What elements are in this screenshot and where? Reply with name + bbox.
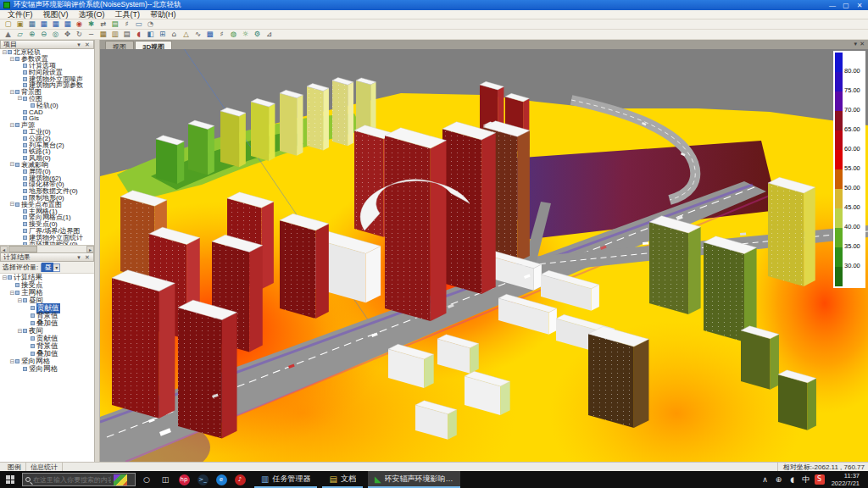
toolbar-icon[interactable]: ◔ [145, 19, 156, 29]
toolbar-icon[interactable]: ▣ [14, 19, 25, 29]
view-tab[interactable]: 视图 [105, 41, 134, 49]
expander-icon[interactable]: ⊟ [2, 49, 8, 56]
status-tab[interactable]: 图例 [3, 463, 26, 472]
toolbar-icon[interactable]: ⚙ [252, 30, 263, 39]
toolbar-icon[interactable]: ⇄ [97, 19, 108, 29]
legend-value: 40.00 [843, 223, 860, 230]
toolbar-icon[interactable]: ▲ [3, 30, 14, 39]
toolbar-icon[interactable]: ↻ [74, 30, 85, 39]
start-button[interactable] [0, 471, 20, 488]
toolbar-icon[interactable]: ∿ [192, 30, 203, 39]
toolbar-icon[interactable]: ◧ [145, 30, 156, 39]
tray-icon[interactable]: S [813, 474, 826, 485]
taskbar-window-button[interactable]: ▤ 文档 [322, 471, 362, 488]
3d-viewport[interactable]: 80.00 75.00 70.00 [100, 49, 868, 462]
toolbar-icon[interactable]: ✥ [62, 30, 73, 39]
scrollbar-thumb[interactable] [8, 246, 37, 252]
menu-item[interactable]: 文件(F) [3, 9, 37, 20]
toolbar-icon[interactable]: ◖ [133, 30, 144, 39]
menu-item[interactable]: 视图(V) [39, 9, 73, 20]
toolbar-icon[interactable]: ▥ [109, 30, 120, 39]
toolbar-icon[interactable]: ▦ [38, 19, 49, 29]
taskbar-app-icon[interactable]: ◫ [156, 475, 175, 484]
tree-item[interactable]: 轻轨(0) [0, 102, 94, 108]
toolbar-icon[interactable]: ▦ [26, 19, 37, 29]
panel-pin-icon[interactable]: ▾ [75, 42, 82, 48]
taskbar-window-button[interactable]: ▥ 任务管理器 [254, 471, 317, 488]
tree-item[interactable]: 建筑物内声源参数 [0, 82, 94, 89]
toolbar-icon[interactable]: ⌂ [169, 30, 180, 39]
toolbar-icon[interactable]: ♯ [216, 30, 227, 39]
close-button[interactable]: ✕ [854, 2, 865, 9]
toolbar-icon[interactable]: ⊕ [26, 30, 37, 39]
tree-item[interactable]: Gis [0, 115, 94, 122]
tree-item[interactable]: ⊟ 计算结果 [0, 274, 94, 281]
toolbar-icon[interactable]: ▢ [3, 19, 14, 29]
status-tab[interactable]: 信息统计 [26, 463, 63, 472]
tab-scroll-icon[interactable]: ▾ [854, 41, 858, 47]
tray-icon[interactable]: ◖ [786, 475, 799, 484]
toolbar-icon[interactable]: △ [181, 30, 192, 39]
expander-icon[interactable]: ⊟ [9, 89, 15, 96]
panel-pin-icon[interactable]: ▾ [75, 254, 82, 261]
scroll-left-icon[interactable]: ◂ [0, 246, 8, 252]
expander-icon[interactable]: ⊟ [9, 122, 15, 129]
tab-close-icon[interactable]: ✕ [860, 41, 865, 47]
expander-icon[interactable]: ⊟ [9, 290, 15, 297]
tree-item[interactable]: ⊟ 主网格 [0, 289, 94, 297]
menu-item[interactable]: 选项(O) [75, 9, 109, 20]
tree-item[interactable]: 叠加值 [0, 319, 94, 327]
toolbar-icon[interactable]: ⊞ [157, 30, 168, 39]
evaluation-dropdown[interactable]: 昼 ▾ [41, 263, 60, 272]
node-icon [23, 143, 27, 147]
toolbar-icon[interactable]: − [86, 30, 97, 39]
scroll-right-icon[interactable]: ▸ [86, 246, 94, 252]
menu-item[interactable]: 工具(T) [111, 9, 145, 20]
toolbar-icon[interactable]: ▤ [121, 30, 132, 39]
taskbar-window-button[interactable]: ◣ 环安辐声环境影响… [368, 471, 460, 488]
search-highlights-thumbnail[interactable] [114, 474, 127, 485]
panel-close-icon[interactable]: ✕ [84, 42, 91, 48]
tray-icon[interactable]: ⊕ [772, 475, 786, 484]
toolbar-icon[interactable]: ▦ [97, 30, 108, 39]
tray-icon[interactable]: 中 [799, 474, 813, 485]
expander-icon[interactable]: ⊟ [17, 95, 23, 102]
toolbar-icon[interactable]: ▭ [133, 19, 144, 29]
toolbar-icon[interactable]: ▤ [109, 19, 120, 29]
toolbar-icon[interactable]: ⊖ [38, 30, 49, 39]
taskbar-app-icon[interactable]: ○ [137, 475, 156, 484]
menu-item[interactable]: 帮助(H) [146, 9, 181, 20]
taskbar-app-icon[interactable]: ♪ [231, 474, 249, 485]
expander-icon[interactable]: ⊟ [9, 161, 15, 168]
taskbar-app-icon[interactable]: >_ [193, 474, 212, 485]
toolbar-icon[interactable]: ✱ [86, 19, 97, 29]
taskbar-clock[interactable]: 11:37 2022/7/21 [826, 472, 865, 488]
toolbar-icon[interactable]: ▱ [14, 30, 25, 39]
toolbar-icon[interactable]: ▦ [50, 19, 61, 29]
search-input[interactable] [33, 476, 111, 484]
panel-close-icon[interactable]: ✕ [84, 254, 91, 261]
expander-icon[interactable]: ⊟ [17, 328, 23, 335]
view-tab[interactable]: 3D视图 [135, 41, 172, 49]
horizontal-scrollbar[interactable]: ◂ ▸ [0, 245, 94, 252]
toolbar-icon[interactable]: ◎ [50, 30, 61, 39]
toolbar-icon[interactable]: ◍ [228, 30, 239, 39]
taskbar-app-icon[interactable]: e [212, 474, 231, 485]
tree-item[interactable]: 竖向网格 [0, 365, 94, 373]
toolbar-icon[interactable]: ☼ [240, 30, 251, 39]
taskbar-app-icon[interactable]: hp [175, 474, 193, 485]
toolbar-icon[interactable]: ▩ [204, 30, 215, 39]
expander-icon[interactable]: ⊟ [9, 56, 15, 63]
maximize-button[interactable]: ▢ [841, 2, 851, 9]
toolbar-icon[interactable]: ◉ [74, 19, 85, 29]
expander-icon[interactable]: ⊟ [9, 201, 15, 208]
expander-icon[interactable]: ⊟ [17, 297, 23, 304]
expander-icon[interactable]: ⊟ [9, 358, 15, 365]
toolbar-icon[interactable]: ⊿ [264, 30, 275, 39]
toolbar-icon[interactable]: ▦ [62, 19, 73, 29]
expander-icon[interactable]: ⊟ [2, 274, 8, 281]
taskbar-search[interactable] [22, 473, 136, 486]
toolbar-icon[interactable]: ♯ [121, 19, 132, 29]
tray-icon[interactable]: ∧ [759, 475, 772, 484]
minimize-button[interactable]: — [827, 2, 837, 9]
